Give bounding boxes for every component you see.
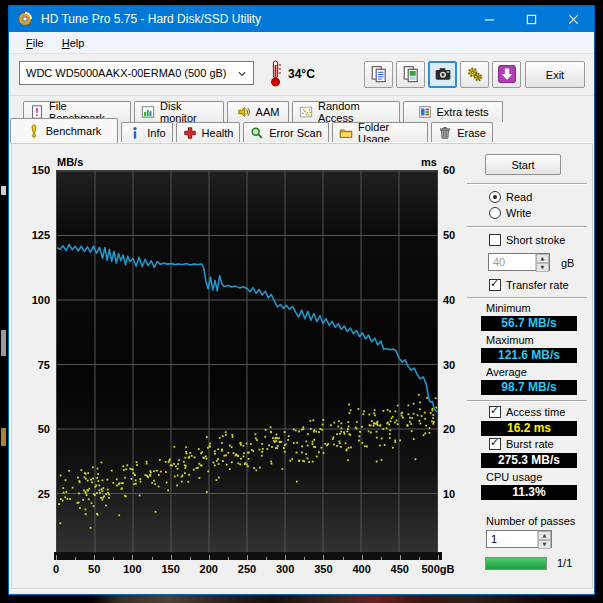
tab-aam[interactable]: AAM [227,101,289,122]
svg-text:!: ! [35,106,39,118]
x-tick-0: 0 [38,563,74,575]
app-icon [17,11,33,27]
y-left-tick-100: 100 [32,294,50,306]
tab-error-scan[interactable]: Error Scan [243,122,329,143]
menu-item-file[interactable]: File [17,34,53,52]
chevron-down-icon [235,67,249,81]
x-tick-300: 300 [267,563,303,575]
x-axis-tick [152,557,153,560]
tab-label: AAM [256,106,280,118]
x-axis-tick [56,555,57,560]
write-radio-label: Write [506,207,531,219]
x-axis-tick [362,555,363,560]
tab-label: Extra tests [437,106,489,118]
x-axis [54,552,442,560]
window-title: HD Tune Pro 5.75 - Hard Disk/SSD Utility [41,12,261,26]
x-axis-tick [113,557,114,560]
y-left-tick-125: 125 [32,229,50,241]
write-radio[interactable]: Write [489,207,531,219]
minimum-value: 56.7 MB/s [481,316,577,331]
tab-benchmark[interactable]: Benchmark [10,118,118,143]
tab-extra-tests[interactable]: Extra tests [403,101,503,122]
y-right-tick-10: 10 [443,488,455,500]
desktop-icon-fragment [1,186,6,195]
save-gears-button[interactable] [460,61,489,88]
stepper-arrows[interactable]: ▲▼ [535,254,549,270]
start-button[interactable]: Start [485,154,561,175]
desktop-icon-fragment [1,330,6,356]
minimize-button[interactable] [468,6,510,32]
x-axis-tick [171,555,172,560]
download-button[interactable] [492,61,521,88]
x-axis-tick [400,555,401,560]
drive-selector-dropdown[interactable]: WDC WD5000AAKX-00ERMA0 (500 gB) [19,61,254,85]
maximize-button[interactable] [510,6,552,32]
checkbox-icon [489,234,501,246]
stepper-arrows[interactable]: ▲▼ [537,531,551,547]
start-button-label: Start [511,159,534,171]
toolbar: WDC WD5000AAKX-00ERMA0 (500 gB) 34°C Exi… [9,54,594,96]
temperature-value[interactable]: 34°C [288,67,315,81]
stepper-up-icon[interactable]: ▲ [538,531,551,540]
short-stroke-size-value: 40 [489,254,535,270]
passes-label: Number of passes [486,515,575,527]
x-axis-tick [247,555,248,560]
tab-label: Benchmark [46,125,102,137]
x-tick-50: 50 [76,563,112,575]
y-right-tick-40: 40 [443,294,455,306]
drive-selector-value: WDC WD5000AAKX-00ERMA0 (500 gB) [26,67,227,79]
transfer-rate-checkbox[interactable]: Transfer rate [489,279,569,291]
erase-icon [438,126,452,140]
burst-rate-checkbox[interactable]: Burst rate [489,438,554,450]
progress-label: 1/1 [557,557,572,569]
x-axis-tick [266,557,267,560]
tab-random-access[interactable]: Random Access [292,101,400,122]
menu-item-help[interactable]: Help [53,34,94,52]
y-left-tick-75: 75 [38,359,50,371]
camera-button[interactable] [428,61,457,88]
exit-button-label: Exit [546,69,564,81]
x-axis-tick [190,557,191,560]
camera-icon [434,65,452,85]
title-bar[interactable]: HD Tune Pro 5.75 - Hard Disk/SSD Utility [9,6,594,32]
health-icon [183,126,197,140]
passes-stepper[interactable]: 1 ▲▼ [486,530,552,548]
exit-button[interactable]: Exit [525,61,585,88]
info-icon [128,126,142,140]
separator [467,297,587,299]
access-time-checkbox[interactable]: Access time [489,406,565,418]
tab-label: Disk monitor [160,100,217,124]
close-button[interactable] [552,6,594,32]
desktop-icon-fragment [1,428,6,446]
short-stroke-size-stepper[interactable]: 40 ▲▼ [488,253,550,271]
tab-info[interactable]: Info [121,122,173,143]
x-axis-tick [343,557,344,560]
stepper-down-icon[interactable]: ▼ [536,263,549,272]
x-axis-tick [75,557,76,560]
stepper-down-icon[interactable]: ▼ [538,540,551,549]
copy-image-button[interactable] [396,61,425,88]
radio-icon [489,191,501,203]
tab-folder-usage[interactable]: Folder Usage [332,122,428,143]
minimize-icon [484,14,495,25]
stepper-up-icon[interactable]: ▲ [536,254,549,263]
copy-text-button[interactable] [364,61,393,88]
average-value: 98.7 MB/s [481,380,577,395]
desktop-wallpaper-strip [0,594,603,603]
tab-disk-monitor[interactable]: Disk monitor [134,101,224,122]
separator [467,183,587,185]
read-radio[interactable]: Read [489,191,532,203]
access-time-label: Access time [506,406,565,418]
copy-text-icon [370,65,388,85]
x-axis-tick [285,555,286,560]
extra-tests-icon [418,105,432,119]
short-stroke-checkbox[interactable]: Short stroke [489,234,565,246]
maximize-icon [526,14,537,25]
x-tick-200: 200 [191,563,227,575]
folder-usage-icon [339,126,353,140]
tab-health[interactable]: Health [176,122,240,143]
short-stroke-unit-label: gB [561,257,574,269]
tab-label: Info [147,127,165,139]
right-axis-unit: ms [421,156,437,168]
tab-erase[interactable]: Erase [431,122,493,143]
